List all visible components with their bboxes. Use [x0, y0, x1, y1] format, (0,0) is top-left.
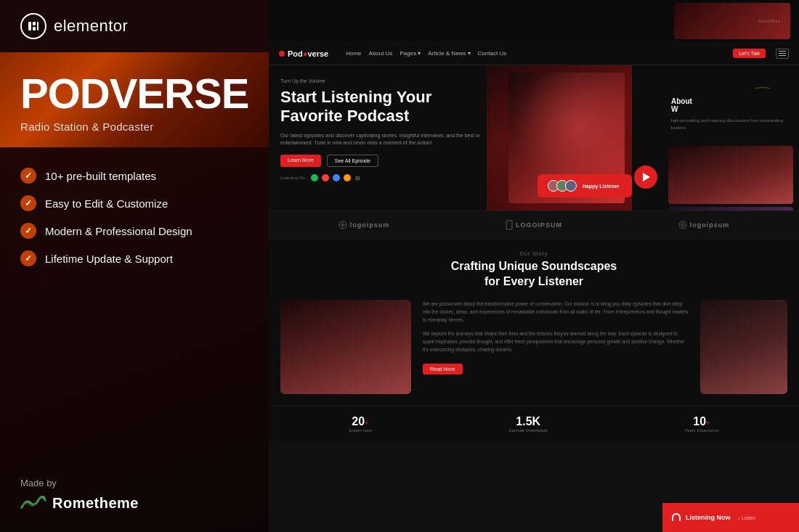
- left-panel: elementor PODVERSE Radio Station & Podca…: [0, 0, 269, 532]
- story-title-line2: for Every Listener: [280, 274, 787, 290]
- play-icon: [643, 173, 650, 181]
- svg-rect-9: [506, 221, 512, 229]
- hero-description: Our latest episodes and discover captiva…: [280, 132, 490, 147]
- learn-more-button[interactable]: Learn More: [280, 155, 321, 167]
- happy-listener-card: Happy Listener: [538, 174, 632, 197]
- logo-text-1: logoipsum: [350, 221, 390, 229]
- story-title: Crafting Unique Soundscapes for Every Li…: [280, 259, 787, 290]
- top-strip-image: Read More →: [674, 3, 790, 39]
- feature-label-2: Easy to Edit & Customize: [45, 197, 168, 210]
- nav-link-about[interactable]: About Us: [369, 50, 393, 57]
- stat-label-1: Expert Host: [349, 428, 371, 433]
- elementor-logo-icon: [20, 13, 46, 39]
- logo-item-2: LOGOIPSUM: [506, 220, 562, 230]
- story-title-line1: Crafting Unique Soundscapes: [280, 259, 787, 274]
- right-panel: Read More → Pod●verse Home About Us Page…: [269, 0, 799, 532]
- stat-label-2: Episode Downloads: [509, 428, 548, 433]
- brand-title: PODVERSE: [20, 73, 248, 115]
- hamburger-line-2: [779, 53, 786, 54]
- listening-label: Listening On :: [280, 176, 307, 180]
- logos-strip: logoipsum LOGOIPSUM logoipsum: [269, 210, 799, 240]
- amazon-music-icon: [344, 174, 351, 181]
- preview-logo-text: Pod●verse: [288, 49, 328, 58]
- google-podcast-icon: [333, 174, 340, 181]
- stat-item-2: 1.5K Episode Downloads: [509, 415, 548, 433]
- nav-menu-icon[interactable]: [776, 49, 789, 59]
- check-icon-4: [20, 250, 36, 266]
- logo-icon-1: [338, 221, 347, 229]
- headphones-icon: [671, 512, 681, 523]
- top-strip: Read More →: [269, 0, 799, 42]
- about-text: light-provoking and inspiring discussion…: [671, 118, 790, 131]
- preview-logo-dot: [279, 51, 285, 57]
- about-image-1: [668, 146, 793, 204]
- nav-link-home[interactable]: Home: [346, 50, 361, 57]
- preview-hero: Turn Up the Volume Start Listening Your …: [269, 65, 799, 210]
- about-sidebar: AboutW light-provoking and inspiring dis…: [662, 89, 799, 210]
- hamburger-line-3: [779, 55, 786, 56]
- about-title: AboutW: [671, 97, 790, 113]
- feature-label-1: 10+ pre-built templates: [45, 170, 156, 182]
- hero-title-line2: Favorite Podcast: [280, 107, 490, 126]
- svg-rect-13: [679, 519, 681, 521]
- nav-link-news[interactable]: Article & News ▾: [428, 50, 470, 57]
- feature-item-1: 10+ pre-built templates: [20, 168, 248, 184]
- story-text-1: We are passionate about the transformati…: [423, 300, 689, 324]
- listening-now-overflow: ♪ Listen: [738, 515, 755, 520]
- read-more-link: Read More →: [759, 19, 786, 23]
- check-icon-1: [20, 168, 36, 184]
- nav-cta-button[interactable]: Let's Talk: [733, 49, 766, 58]
- wave-icon: ≋: [354, 174, 360, 182]
- features-section: 10+ pre-built templates Easy to Edit & C…: [0, 147, 269, 298]
- nav-link-contact[interactable]: Contact Us: [478, 50, 507, 57]
- logo-text-2: LOGOIPSUM: [516, 221, 562, 229]
- svg-rect-0: [28, 22, 31, 30]
- brand-section: PODVERSE Radio Station & Podcaster: [0, 52, 269, 147]
- elementor-header: elementor: [0, 0, 269, 52]
- story-content: We are passionate about the transformati…: [280, 300, 787, 394]
- elementor-wordmark: elementor: [54, 17, 128, 36]
- stat-number-2: 1.5K: [509, 415, 548, 428]
- see-all-episode-button[interactable]: See All Episode: [327, 155, 378, 167]
- stats-bar: 20+ Expert Host 1.5K Episode Downloads 1…: [269, 406, 799, 441]
- svg-point-11: [681, 224, 684, 226]
- stat-label-3: Years Experience: [685, 428, 719, 433]
- rometheme-name: Rometheme: [52, 495, 139, 512]
- feature-item-2: Easy to Edit & Customize: [20, 195, 248, 211]
- happy-listener-text: Happy Listener: [583, 184, 620, 189]
- hero-buttons: Learn More See All Episode: [280, 155, 490, 167]
- hero-title-line1: Start Listening Your: [280, 88, 490, 107]
- stat-number-3: 10+: [685, 415, 719, 428]
- play-button[interactable]: [634, 165, 657, 189]
- stat-number-1: 20+: [349, 415, 371, 428]
- stat-item-3: 10+ Years Experience: [685, 415, 719, 433]
- story-left-image: [280, 300, 411, 394]
- avatar-3: [565, 180, 577, 192]
- logo-item-3: logoipsum: [678, 221, 730, 229]
- about-section: AboutW light-provoking and inspiring dis…: [662, 89, 799, 140]
- story-middle: We are passionate about the transformati…: [420, 300, 691, 394]
- hero-small-text: Turn Up the Volume: [280, 78, 490, 83]
- svg-rect-3: [37, 22, 38, 30]
- made-by-section: Made by Rometheme: [20, 478, 139, 512]
- svg-point-10: [679, 221, 686, 229]
- logo-text-3: logoipsum: [690, 221, 730, 229]
- check-icon-3: [20, 223, 36, 239]
- about-image-2: [668, 207, 793, 210]
- feature-label-4: Lifetime Update & Support: [45, 253, 173, 265]
- hero-content: Turn Up the Volume Start Listening Your …: [269, 65, 501, 210]
- apple-podcast-icon: [322, 174, 329, 181]
- listener-avatars: [548, 180, 577, 192]
- story-label: Our Story: [280, 251, 787, 256]
- listening-now-bar[interactable]: Listening Now ♪ Listen: [662, 503, 799, 532]
- logo-icon-3: [678, 221, 687, 229]
- feature-label-3: Modern & Professional Design: [45, 225, 192, 237]
- nav-link-pages[interactable]: Pages ▾: [400, 50, 421, 57]
- read-more-button[interactable]: Read More: [423, 364, 463, 375]
- preview-nav: Pod●verse Home About Us Pages ▾ Article …: [269, 42, 799, 65]
- feature-item-4: Lifetime Update & Support: [20, 250, 248, 266]
- hero-title: Start Listening Your Favorite Podcast: [280, 88, 490, 126]
- stat-item-1: 20+ Expert Host: [349, 415, 371, 433]
- logo-icon-2: [506, 220, 513, 230]
- svg-rect-2: [33, 27, 36, 30]
